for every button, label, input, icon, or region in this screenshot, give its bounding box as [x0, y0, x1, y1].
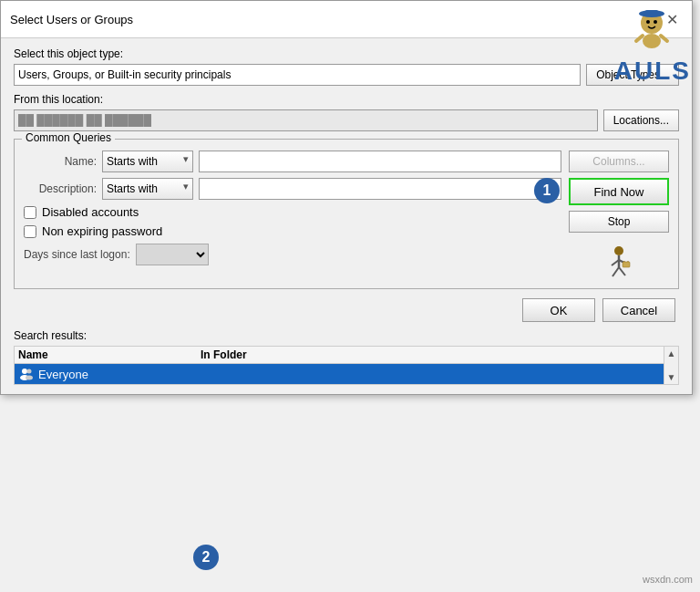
name-starts-with-select[interactable]: Starts with Is exactly: [102, 151, 193, 172]
scroll-down-arrow[interactable]: ▼: [667, 372, 676, 382]
results-header: Name In Folder: [15, 347, 678, 364]
non-expiring-checkbox[interactable]: [24, 225, 36, 238]
name-label: Name:: [24, 155, 97, 168]
running-icon: [569, 245, 669, 281]
step1-badge: 1: [534, 178, 560, 203]
scrollbar[interactable]: ▲ ▼: [664, 347, 678, 384]
mascot-logo: AULS: [614, 57, 691, 86]
stop-button[interactable]: Stop: [569, 211, 669, 233]
days-row: Days since last logon:: [24, 244, 561, 265]
days-label: Days since last logon:: [24, 248, 130, 261]
search-results-label: Search results:: [14, 329, 679, 342]
cq-right: Columns... 1 Find Now Stop: [569, 151, 669, 281]
user-group-icon: [18, 366, 35, 382]
svg-line-5: [619, 267, 625, 275]
disabled-accounts-label: Disabled accounts: [42, 205, 139, 219]
col-header-folder: In Folder: [201, 348, 674, 361]
location-row: Locations...: [14, 109, 679, 131]
cq-left: Name: Starts with Is exactly Description…: [24, 151, 561, 281]
search-results-section: Search results: Name In Folder: [14, 329, 679, 385]
svg-rect-15: [645, 10, 658, 16]
description-label: Description:: [24, 182, 97, 195]
scroll-up-arrow[interactable]: ▲: [667, 348, 676, 358]
svg-point-16: [646, 20, 650, 24]
svg-point-12: [26, 376, 33, 380]
disabled-accounts-checkbox[interactable]: [24, 206, 36, 219]
svg-line-4: [612, 267, 619, 276]
cancel-button[interactable]: Cancel: [602, 298, 675, 322]
svg-rect-6: [623, 262, 630, 267]
row-name: Everyone: [38, 368, 88, 381]
ok-button[interactable]: OK: [522, 298, 595, 322]
col-header-name: Name: [18, 348, 201, 361]
description-row: Description: Starts with Is exactly: [24, 178, 561, 200]
mascot-area: AULS: [490, 18, 691, 73]
table-row[interactable]: Everyone: [15, 364, 664, 384]
mascot-svg: [627, 6, 677, 57]
non-expiring-label: Non expiring password: [42, 224, 162, 238]
step2-badge: 2: [193, 545, 219, 570]
dialog-title: Select Users or Groups: [10, 13, 133, 26]
desc-starts-with-wrapper: Starts with Is exactly: [102, 178, 193, 200]
row-name-cell: Everyone: [18, 366, 201, 382]
common-queries-box: Common Queries Name: Starts with Is exac…: [14, 139, 679, 289]
name-text-input[interactable]: [199, 151, 561, 172]
dialog-body: Select this object type: Object Types...…: [1, 38, 692, 394]
watermark: wsxdn.com: [643, 574, 693, 585]
disabled-accounts-row: Disabled accounts: [24, 205, 561, 219]
common-queries-legend: Common Queries: [22, 131, 115, 144]
svg-point-18: [643, 34, 661, 48]
locations-button[interactable]: Locations...: [603, 109, 679, 131]
non-expiring-row: Non expiring password: [24, 224, 561, 238]
svg-point-0: [614, 246, 623, 255]
columns-button[interactable]: Columns...: [569, 151, 669, 172]
find-now-button[interactable]: Find Now: [569, 178, 669, 205]
svg-line-19: [636, 36, 643, 41]
ok-cancel-row: OK Cancel: [14, 298, 679, 322]
name-starts-with-wrapper: Starts with Is exactly: [102, 151, 193, 172]
location-input[interactable]: [14, 109, 598, 131]
svg-point-17: [654, 20, 657, 24]
days-select[interactable]: [136, 244, 209, 265]
description-text-input[interactable]: [199, 178, 561, 200]
svg-line-20: [661, 36, 667, 41]
location-label: From this location:: [14, 93, 679, 106]
desc-starts-with-select[interactable]: Starts with Is exactly: [102, 178, 193, 200]
svg-point-11: [27, 369, 32, 374]
cq-inner: Name: Starts with Is exactly Description…: [24, 151, 669, 281]
name-row: Name: Starts with Is exactly: [24, 151, 561, 172]
svg-point-9: [22, 369, 27, 374]
